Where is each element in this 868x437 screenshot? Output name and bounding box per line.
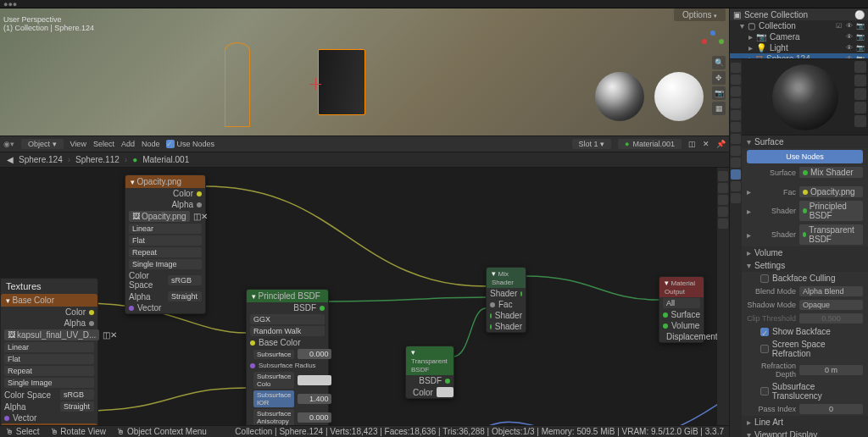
source-dropdown[interactable]: Single Image <box>129 259 202 269</box>
filter-icon[interactable]: ⚪ <box>854 10 865 19</box>
shadow-mode-dropdown[interactable]: Opaque <box>799 300 863 310</box>
socket-displacement[interactable]: Displacement <box>666 332 718 341</box>
socket-alpha-out[interactable]: Alpha <box>171 200 193 209</box>
menu-add[interactable]: Add <box>121 140 135 148</box>
use-nodes-checkbox[interactable]: ✓Use Nodes <box>166 140 214 148</box>
visibility-icon[interactable]: 👁 <box>846 33 854 41</box>
alpha-dropdown[interactable]: Straight <box>168 291 202 301</box>
fac-value[interactable]: Opacity.png <box>799 186 863 197</box>
show-backface-checkbox[interactable]: ✓Show Backface <box>742 325 868 338</box>
material-browse-icon[interactable]: ◫ <box>688 140 696 148</box>
node-mix-shader[interactable]: ▾ Mix Shader Shader Fac Shader Shader <box>486 267 526 333</box>
backface-culling-checkbox[interactable]: Backface Culling <box>742 272 868 285</box>
sss-method-dropdown[interactable]: Random Walk <box>250 326 325 336</box>
colorspace-dropdown[interactable]: sRGB <box>60 390 94 400</box>
distribution-dropdown[interactable]: GGX <box>250 314 325 324</box>
image-buttons[interactable]: ◫✕ <box>193 212 208 221</box>
breadcrumb-object[interactable]: Sphere.124 <box>19 155 63 164</box>
breadcrumb-material[interactable]: Material.001 <box>142 155 189 164</box>
node-sidebar-tabs[interactable] <box>717 168 729 425</box>
mode-dropdown[interactable]: Object ▾ <box>21 139 64 149</box>
socket-color-out[interactable]: Color <box>173 189 193 198</box>
node-editor-canvas[interactable]: ▾ Opacity.png Color Alpha 🖼 Opacity.png◫… <box>0 168 729 425</box>
material-new-icon[interactable]: ✕ <box>703 140 709 148</box>
material-tab-icon[interactable] <box>731 169 741 180</box>
socket-shader1[interactable]: Shader <box>495 311 522 320</box>
socket-bsdf-out[interactable]: BSDF <box>293 303 316 313</box>
socket-shader2[interactable]: Shader <box>495 322 522 331</box>
menu-view[interactable]: View <box>70 140 86 148</box>
menu-placeholder[interactable]: ●●● <box>3 0 17 8</box>
properties-tabs[interactable] <box>730 59 742 437</box>
subsurf-color-value[interactable] <box>298 375 331 385</box>
grid-tool-icon[interactable]: ▦ <box>712 102 726 115</box>
use-nodes-button[interactable]: Use Nodes <box>747 150 863 163</box>
menu-select[interactable]: Select <box>93 140 114 148</box>
preview-type-tabs[interactable] <box>854 61 866 127</box>
alpha-dropdown[interactable]: Straight <box>60 401 94 412</box>
zoom-tool-icon[interactable]: 🔍 <box>712 56 726 69</box>
outliner-camera[interactable]: ▸📷Camera 👁📷 <box>730 31 868 42</box>
interpolation-dropdown[interactable]: Linear <box>129 224 202 234</box>
pass-index-value[interactable]: 0 <box>799 404 863 414</box>
surface-value[interactable]: Mix Shader <box>799 167 863 178</box>
slot-dropdown[interactable]: Slot 1 ▾ <box>572 139 612 149</box>
socket-color-out[interactable]: Color <box>65 307 86 317</box>
ss-translucency-checkbox[interactable]: Subsurface Translucency <box>742 380 868 402</box>
move-tool-icon[interactable]: ✥ <box>712 71 726 85</box>
node-image-texture-opacity[interactable]: ▾ Opacity.png Color Alpha 🖼 Opacity.png◫… <box>125 174 206 314</box>
source-dropdown[interactable]: Single Image <box>4 378 94 388</box>
projection-dropdown[interactable]: Flat <box>4 354 94 364</box>
render-icon[interactable]: 📷 <box>856 33 865 41</box>
projection-dropdown[interactable]: Flat <box>129 235 202 246</box>
surface-section-header[interactable]: ▾Surface <box>742 136 868 148</box>
viewport-section-header[interactable]: ▾Viewport Display <box>742 429 868 437</box>
orientation-gizmo[interactable] <box>700 29 726 54</box>
volume-section-header[interactable]: ▸Volume <box>742 246 868 259</box>
extension-dropdown[interactable]: Repeat <box>129 247 202 257</box>
socket-vector-in[interactable]: Vector <box>137 303 161 313</box>
socket-alpha-out[interactable]: Alpha <box>64 318 86 328</box>
shader1-value[interactable]: Principled BSDF <box>799 201 863 221</box>
outliner-collection[interactable]: ▾▢Collection ☑👁📷 <box>730 20 868 31</box>
image-selector[interactable]: 🖼 Opacity.png <box>129 211 190 222</box>
colorspace-dropdown[interactable]: sRGB <box>168 275 202 285</box>
lineart-section-header[interactable]: ▸Line Art <box>742 416 868 429</box>
socket-color[interactable]: Color <box>413 388 433 397</box>
exclude-icon[interactable]: ☑ <box>836 22 844 30</box>
menu-node[interactable]: Node <box>142 140 160 148</box>
selected-mesh-object[interactable] <box>318 49 365 115</box>
node-material-output[interactable]: ▾ Material Output All Surface Volume Dis… <box>659 276 704 343</box>
nav-back-icon[interactable]: ◀ <box>7 155 14 164</box>
socket-surface[interactable]: Surface <box>671 310 700 319</box>
outliner-sphere[interactable]: ▸▽Sphere.124 👁📷 <box>730 53 868 59</box>
image-buttons[interactable]: ◫✕ <box>103 330 117 340</box>
reference-sphere-chrome[interactable] <box>595 72 644 121</box>
pin-icon[interactable]: 📌 <box>716 140 726 148</box>
render-icon[interactable]: 📷 <box>856 22 865 30</box>
subsurf-ior-value[interactable]: 1.400 <box>298 394 331 404</box>
visibility-icon[interactable]: 👁 <box>846 22 854 30</box>
socket-shader-out[interactable]: Shader <box>490 289 517 298</box>
node-principled-bsdf[interactable]: ▾ Principled BSDF BSDF GGX Random Walk B… <box>246 289 329 425</box>
node-transparent-bsdf[interactable]: ▾ Transparent BSDF BSDF Color <box>405 346 454 399</box>
socket-vector-in[interactable]: Vector <box>13 413 36 423</box>
viewport-options-button[interactable]: Options ▾ <box>674 8 726 21</box>
socket-fac[interactable]: Fac <box>498 300 513 309</box>
reference-sphere-matte[interactable] <box>654 72 704 121</box>
ss-refraction-checkbox[interactable]: Screen Space Refraction <box>742 338 868 360</box>
material-selector[interactable]: ●Material.001 <box>618 139 682 149</box>
subsurface-value[interactable]: 0.000 <box>298 349 331 359</box>
material-preview[interactable] <box>742 59 868 136</box>
render-icon[interactable]: 📷 <box>856 44 865 53</box>
refraction-depth-value[interactable]: 0 m <box>799 365 863 375</box>
target-dropdown[interactable]: All <box>663 298 700 308</box>
image-selector[interactable]: 🖼 kapsul_final_UV_D... <box>4 329 99 340</box>
3d-viewport[interactable]: User Perspective (1) Collection | Sphere… <box>0 8 729 136</box>
subsurf-aniso-value[interactable]: 0.000 <box>298 412 331 423</box>
socket-subsurf-radius[interactable]: Subsurface Radius <box>259 362 316 369</box>
outliner-light[interactable]: ▸💡Light 👁📷 <box>730 42 868 53</box>
socket-volume[interactable]: Volume <box>671 321 699 330</box>
blend-mode-dropdown[interactable]: Alpha Blend <box>799 286 863 296</box>
breadcrumb-mesh[interactable]: Sphere.112 <box>75 155 120 164</box>
